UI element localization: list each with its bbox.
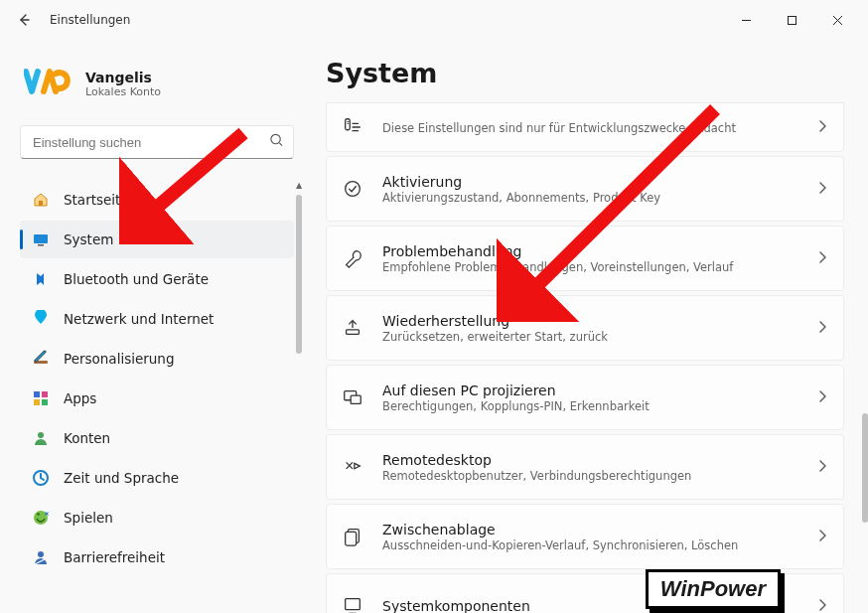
settings-item-icon — [341, 316, 364, 340]
sidebar-item-label: System — [64, 231, 113, 247]
svg-rect-4 — [38, 244, 44, 246]
sidebar: Vangelis Lokales Konto StartseiteSystemB… — [0, 40, 308, 613]
sidebar-item-startseite[interactable]: Startseite — [20, 181, 294, 219]
settings-item-desc: Diese Einstellungen sind nur für Entwick… — [382, 121, 799, 135]
scroll-thumb[interactable] — [296, 195, 302, 354]
settings-item-title: Auf diesen PC projizieren — [382, 383, 799, 398]
svg-point-10 — [38, 432, 44, 438]
settings-item-zwischenablage[interactable]: ZwischenablageAusschneiden-und-Kopieren-… — [326, 504, 844, 569]
user-avatar — [24, 68, 73, 99]
settings-item-title: Aktivierung — [382, 174, 799, 190]
chevron-right-icon — [817, 319, 827, 338]
sidebar-item-label: Startseite — [64, 192, 129, 208]
settings-item-desc: Berechtigungen, Kopplungs-PIN, Erkennbar… — [382, 399, 799, 413]
settings-item-icon — [341, 455, 364, 479]
back-button[interactable] — [8, 4, 40, 36]
settings-item-desc: Aktivierungszustand, Abonnements, Produc… — [382, 191, 799, 205]
svg-rect-15 — [346, 119, 351, 130]
nav-icon — [32, 310, 50, 328]
sidebar-item-label: Personalisierung — [64, 351, 174, 367]
close-button[interactable] — [814, 4, 860, 36]
sidebar-item-system[interactable]: System — [20, 221, 294, 258]
window-title: Einstellungen — [50, 13, 130, 27]
sidebar-scrollbar[interactable]: ▲ — [296, 181, 302, 578]
svg-rect-7 — [42, 391, 48, 397]
nav-icon — [32, 469, 50, 487]
sidebar-item-label: Barrierefreiheit — [64, 549, 165, 565]
settings-item-icon — [341, 115, 364, 139]
chevron-right-icon — [817, 597, 827, 614]
watermark: WinPower — [646, 569, 781, 609]
sidebar-item-zeit-und-sprache[interactable]: Zeit und Sprache — [20, 459, 294, 497]
svg-point-16 — [346, 182, 361, 197]
nav-icon — [32, 350, 50, 368]
chevron-right-icon — [817, 180, 827, 199]
svg-rect-19 — [351, 395, 361, 403]
sidebar-item-label: Bluetooth und Geräte — [64, 271, 209, 287]
sidebar-item-konten[interactable]: Konten — [20, 419, 294, 457]
settings-item-remotedesktop[interactable]: RemotedesktopRemotedesktopbenutzer, Verb… — [326, 434, 844, 500]
sidebar-item-netzwerk-und-internet[interactable]: Netzwerk und Internet — [20, 300, 294, 338]
main-panel: System Diese Einstellungen sind nur für … — [308, 40, 868, 613]
sidebar-item-barrierefreiheit[interactable]: Barrierefreiheit — [20, 538, 294, 576]
settings-item-problembehandlung[interactable]: ProblembehandlungEmpfohlene Problembehan… — [326, 226, 844, 291]
settings-item-title: Problembehandlung — [382, 243, 799, 259]
nav-icon — [32, 548, 50, 566]
chevron-right-icon — [817, 528, 827, 546]
titlebar: Einstellungen — [0, 0, 868, 40]
settings-item-icon — [341, 177, 364, 201]
minimize-button[interactable] — [723, 4, 769, 36]
sidebar-item-personalisierung[interactable]: Personalisierung — [20, 340, 294, 378]
settings-item-title: Wiederherstellung — [382, 313, 799, 329]
settings-item-desc: Ausschneiden-und-Kopieren-Verlauf, Synch… — [382, 538, 799, 552]
chevron-right-icon — [817, 249, 827, 268]
sidebar-item-bluetooth-und-ger-te[interactable]: Bluetooth und Geräte — [20, 260, 294, 298]
sidebar-item-label: Netzwerk und Internet — [64, 311, 214, 327]
main-scroll-thumb[interactable] — [862, 413, 868, 523]
page-heading: System — [326, 58, 844, 88]
arrow-left-icon — [16, 12, 32, 28]
sidebar-item-label: Konten — [64, 430, 110, 446]
svg-rect-6 — [34, 391, 40, 397]
svg-rect-3 — [34, 234, 48, 243]
user-info: Vangelis Lokales Konto — [24, 68, 294, 99]
settings-item-auf-diesen-pc-projizieren[interactable]: Auf diesen PC projizierenBerechtigungen,… — [326, 365, 844, 430]
chevron-right-icon — [817, 388, 827, 407]
nav-icon — [32, 509, 50, 527]
sidebar-item-label: Apps — [64, 390, 96, 406]
maximize-icon — [787, 15, 797, 26]
sidebar-item-apps[interactable]: Apps — [20, 380, 294, 417]
settings-item-desc: Empfohlene Problembehandlungen, Voreinst… — [382, 260, 799, 274]
nav-icon — [32, 230, 50, 248]
settings-item-desc: Remotedesktopbenutzer, Verbindungsberech… — [382, 469, 799, 483]
svg-rect-9 — [42, 399, 48, 405]
svg-rect-17 — [347, 330, 360, 335]
settings-list: Diese Einstellungen sind nur für Entwick… — [326, 102, 844, 613]
maximize-button[interactable] — [769, 4, 814, 36]
sidebar-item-spielen[interactable]: Spielen — [20, 499, 294, 536]
nav-icon — [32, 429, 50, 447]
settings-item-desc: Zurücksetzen, erweiterter Start, zurück — [382, 330, 799, 344]
svg-rect-8 — [34, 399, 40, 405]
svg-point-13 — [37, 513, 39, 515]
settings-item-f-r-entwickler[interactable]: Diese Einstellungen sind nur für Entwick… — [326, 102, 844, 152]
nav-icon — [32, 389, 50, 407]
svg-point-14 — [38, 551, 44, 557]
chevron-right-icon — [817, 118, 827, 137]
settings-item-aktivierung[interactable]: AktivierungAktivierungszustand, Abonneme… — [326, 156, 844, 222]
settings-item-wiederherstellung[interactable]: WiederherstellungZurücksetzen, erweitert… — [326, 295, 844, 361]
settings-item-icon — [341, 594, 364, 613]
settings-item-icon — [341, 246, 364, 270]
user-name: Vangelis — [85, 70, 161, 85]
sidebar-item-label: Spielen — [64, 510, 113, 526]
search-box[interactable] — [20, 125, 294, 159]
chevron-right-icon — [817, 458, 827, 477]
scroll-up-icon[interactable]: ▲ — [296, 181, 302, 191]
search-icon — [269, 133, 284, 152]
svg-rect-2 — [39, 201, 43, 206]
search-input[interactable] — [20, 125, 294, 159]
svg-rect-22 — [346, 599, 361, 610]
svg-point-1 — [271, 134, 280, 143]
nav-icon — [32, 191, 50, 209]
main-scrollbar[interactable] — [862, 139, 868, 586]
